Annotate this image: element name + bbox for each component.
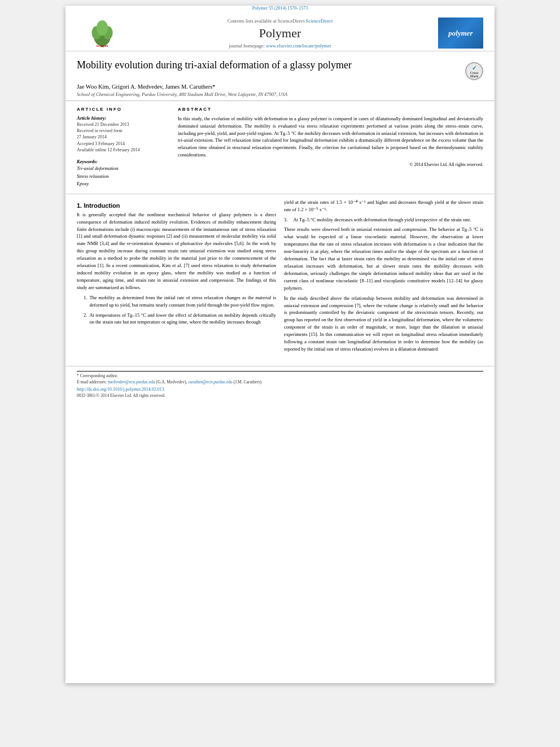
science-direct-text: Contents lists available at ScienceDirec… xyxy=(228,18,305,24)
authors: Jae Woo Kim, Grigori A. Medvedev, James … xyxy=(77,84,483,90)
doi-link[interactable]: http://dx.doi.org/10.1016/j.polymer.2014… xyxy=(77,387,483,392)
intro-section-title: 1. Introduction xyxy=(77,202,276,209)
online-date: Available online 12 February 2014 xyxy=(77,147,170,153)
findings-list: 1. The mobility as determined from the i… xyxy=(84,294,276,326)
polymer-badge: polymer xyxy=(438,18,483,49)
issn-text: 0032-3861/© 2014 Elsevier Ltd. All right… xyxy=(77,393,483,398)
abstract-label: ABSTRACT xyxy=(178,107,483,112)
journal-name: Polymer xyxy=(133,26,427,41)
list-item-3: 3. At Tg–5 °C mobility decreases with de… xyxy=(284,216,483,224)
copyright: © 2014 Elsevier Ltd. All rights reserved… xyxy=(178,162,483,167)
abstract-text: In this study, the evolution of mobility… xyxy=(178,115,483,159)
journal-url[interactable]: www.elsevier.com/locate/polymer xyxy=(266,43,331,49)
article-info-label: ARTICLE INFO xyxy=(77,107,170,112)
page-footer: * Corresponding author. E-mail addresses… xyxy=(65,366,495,402)
email-2-link[interactable]: caruthen@ecn.purdue.edu xyxy=(188,379,233,385)
elsevier-logo: ELSEVIER xyxy=(77,18,128,49)
svg-point-4 xyxy=(96,20,107,36)
page: Polymer 55 (2014) 1570–1573 ELSEVIER xyxy=(65,6,495,683)
item-2-text: At temperatures of Tg–15 °C and lower th… xyxy=(89,312,276,326)
right-para-2: In the study described above the relatio… xyxy=(284,295,483,353)
keyword-3: Epoxy xyxy=(77,180,170,188)
journal-ref: Polymer 55 (2014) 1570–1573 xyxy=(65,6,495,11)
crossmark-badge[interactable]: ✓ CrossMark xyxy=(465,62,483,80)
item-num-1: 1. xyxy=(84,294,87,309)
intro-para-1: It is generally accepted that the nonlin… xyxy=(77,211,276,291)
article-title: Mobility evolution during tri-axial defo… xyxy=(77,59,460,71)
svg-text:ELSEVIER: ELSEVIER xyxy=(96,45,108,47)
keyword-2: Stress relaxation xyxy=(77,173,170,181)
email-line: E-mail addresses: medvedev@ecn.purdue.ed… xyxy=(77,379,483,385)
right-para-1: These results were observed both in unia… xyxy=(284,226,483,291)
list-item-2: 2. At temperatures of Tg–15 °C and lower… xyxy=(84,312,276,326)
body-two-col: 1. Introduction It is generally accepted… xyxy=(77,199,483,356)
body-right-col: yield at the strain rates of 1.5 × 10⁻⁴ … xyxy=(284,199,483,356)
list-item-1: 1. The mobility as determined from the i… xyxy=(84,294,276,309)
elsevier-tree-icon: ELSEVIER xyxy=(87,18,118,49)
article-info-col: ARTICLE INFO Article history: Received 2… xyxy=(77,107,170,188)
journal-homepage: journal homepage: www.elsevier.com/locat… xyxy=(133,43,427,49)
title-section: Mobility evolution during tri-axial defo… xyxy=(65,51,495,101)
body-left-col: 1. Introduction It is generally accepted… xyxy=(77,199,276,356)
revised-date: 27 January 2014 xyxy=(77,134,170,140)
revised-label: Received in revised form xyxy=(77,128,170,134)
accepted-date: Accepted 3 February 2014 xyxy=(77,141,170,147)
science-direct-link[interactable]: ScienceDirect xyxy=(306,18,333,24)
keywords-label: Keywords: xyxy=(77,159,170,164)
metadata-section: ARTICLE INFO Article history: Received 2… xyxy=(65,101,495,194)
page-header: ELSEVIER Contents lists available at Sci… xyxy=(65,13,495,51)
journal-center: Contents lists available at ScienceDirec… xyxy=(128,18,432,49)
journal-ref-text: Polymer 55 (2014) 1570–1573 xyxy=(252,6,308,11)
keyword-1: Tri-axial deformation xyxy=(77,165,170,173)
author-affiliation: School of Chemical Engineering, Purdue U… xyxy=(77,91,483,97)
body-content: 1. Introduction It is generally accepted… xyxy=(65,194,495,360)
science-direct-line: Contents lists available at ScienceDirec… xyxy=(133,18,427,24)
article-history: Article history: Received 21 December 20… xyxy=(77,115,170,153)
corresponding-author: * Corresponding author. xyxy=(77,373,483,379)
abstract-col: ABSTRACT In this study, the evolution of… xyxy=(178,107,483,188)
item-num-3: 3. xyxy=(284,216,287,224)
right-list-cont: yield at the strain rates of 1.5 × 10⁻⁴ … xyxy=(284,199,483,213)
item-num-2: 2. xyxy=(84,312,87,326)
history-label: Article history: xyxy=(77,115,170,121)
email-1-link[interactable]: medvedev@ecn.purdue.edu xyxy=(108,379,155,385)
polymer-logo-box: polymer xyxy=(432,18,483,49)
keywords-section: Keywords: Tri-axial deformation Stress r… xyxy=(77,159,170,188)
footer-divider xyxy=(77,371,483,372)
received-date: Received 21 December 2013 xyxy=(77,121,170,128)
